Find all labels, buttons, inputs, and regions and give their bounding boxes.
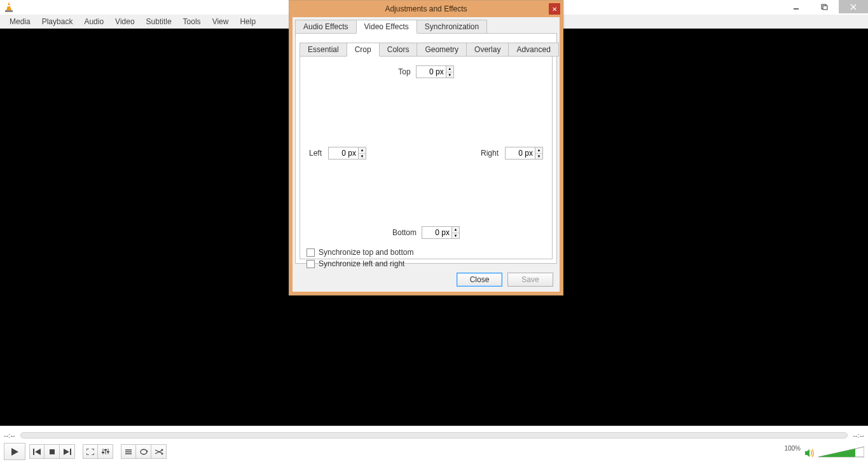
save-button[interactable]: Save	[507, 273, 553, 287]
playlist-button[interactable]	[121, 444, 136, 459]
fullscreen-button[interactable]	[83, 444, 98, 459]
spinner-down-icon[interactable]: ▼	[452, 233, 459, 239]
sync-tb-label: Synchronize top and bottom	[319, 248, 413, 257]
next-button[interactable]	[60, 444, 75, 459]
subtab-crop[interactable]: Crop	[347, 43, 380, 57]
svg-rect-19	[107, 451, 109, 452]
main-tabstrip: Audio Effects Video Effects Synchronizat…	[295, 20, 557, 34]
svg-rect-17	[102, 452, 104, 453]
video-effects-panel: Essential Crop Colors Geometry Overlay A…	[295, 33, 557, 264]
maximize-button[interactable]	[810, 0, 839, 13]
volume-slider[interactable]	[818, 445, 864, 458]
close-button[interactable]: Close	[457, 273, 502, 287]
prev-button[interactable]	[29, 444, 45, 459]
time-elapsed: --:--	[4, 431, 15, 439]
menu-view[interactable]: View	[207, 17, 235, 26]
crop-bottom-label: Bottom	[392, 228, 417, 237]
spinner-down-icon[interactable]: ▼	[446, 72, 453, 78]
minimize-button[interactable]	[782, 0, 810, 13]
svg-rect-5	[823, 6, 827, 10]
window-close-button[interactable]	[839, 0, 868, 13]
tab-audio-effects[interactable]: Audio Effects	[295, 20, 357, 34]
sync-lr-label: Synchronize left and right	[319, 259, 404, 268]
menu-playback[interactable]: Playback	[36, 17, 79, 26]
crop-right-input[interactable]	[506, 147, 535, 159]
seek-row: --:-- --:--	[0, 430, 868, 441]
crop-right-label: Right	[481, 149, 499, 158]
svg-rect-1	[7, 5, 11, 6]
adjustments-effects-dialog: Adjustments and Effects ✕ Audio Effects …	[289, 0, 563, 296]
svg-rect-9	[33, 449, 34, 455]
menu-tools[interactable]: Tools	[177, 17, 207, 26]
subtab-advanced[interactable]: Advanced	[508, 43, 558, 57]
crop-top-spinner[interactable]: ▲▼	[416, 65, 454, 78]
spinner-up-icon[interactable]: ▲	[535, 147, 542, 154]
tab-video-effects[interactable]: Video Effects	[356, 20, 417, 34]
crop-left-spinner[interactable]: ▲▼	[328, 147, 366, 160]
spinner-up-icon[interactable]: ▲	[446, 66, 453, 72]
svg-marker-26	[805, 449, 809, 457]
crop-top-label: Top	[398, 67, 410, 76]
shuffle-button[interactable]	[151, 444, 167, 459]
loop-button[interactable]	[136, 444, 151, 459]
sync-top-bottom-checkbox[interactable]: Synchronize top and bottom	[307, 248, 546, 257]
svg-marker-12	[64, 449, 69, 455]
crop-left-label: Left	[309, 149, 322, 158]
spinner-up-icon[interactable]: ▲	[359, 147, 366, 154]
menu-subtitle[interactable]: Subtitle	[141, 17, 177, 26]
crop-panel: Top ▲▼ Left ▲▼ Right	[300, 56, 553, 259]
menu-help[interactable]: Help	[234, 17, 261, 26]
svg-rect-18	[104, 449, 107, 451]
svg-marker-24	[162, 449, 163, 451]
time-remaining: --:--	[853, 431, 864, 439]
subtab-colors[interactable]: Colors	[379, 43, 418, 57]
dialog-title-text: Adjustments and Effects	[385, 4, 467, 13]
sync-left-right-checkbox[interactable]: Synchronize left and right	[307, 259, 546, 268]
checkbox-icon	[307, 260, 315, 268]
menu-audio[interactable]: Audio	[78, 17, 109, 26]
sub-tabstrip: Essential Crop Colors Geometry Overlay A…	[300, 43, 553, 57]
ext-settings-button[interactable]	[98, 444, 113, 459]
speaker-icon[interactable]	[804, 448, 815, 458]
spinner-up-icon[interactable]: ▲	[452, 227, 459, 233]
menu-video[interactable]: Video	[109, 17, 140, 26]
volume-label: 100%	[784, 445, 801, 452]
stop-button[interactable]	[45, 444, 60, 459]
svg-rect-11	[50, 449, 55, 454]
crop-bottom-input[interactable]	[422, 227, 451, 238]
svg-marker-25	[162, 452, 163, 455]
checkbox-icon	[307, 248, 315, 257]
crop-bottom-spinner[interactable]: ▲▼	[422, 226, 460, 239]
svg-marker-10	[35, 449, 41, 455]
dialog-close-button[interactable]: ✕	[549, 3, 560, 15]
dialog-title: Adjustments and Effects ✕	[289, 1, 563, 17]
svg-rect-13	[70, 449, 71, 455]
seek-slider[interactable]	[20, 432, 848, 438]
vlc-cone-icon	[4, 1, 14, 13]
crop-left-input[interactable]	[329, 147, 358, 159]
spinner-down-icon[interactable]: ▼	[535, 154, 542, 160]
subtab-essential[interactable]: Essential	[300, 43, 347, 57]
play-button[interactable]	[4, 443, 25, 460]
svg-rect-2	[5, 10, 13, 12]
player-controls: 100%	[0, 441, 868, 462]
crop-top-input[interactable]	[417, 66, 446, 78]
spinner-down-icon[interactable]: ▼	[359, 154, 366, 160]
subtab-overlay[interactable]: Overlay	[466, 43, 509, 57]
tab-synchronization[interactable]: Synchronization	[417, 20, 487, 34]
menu-media[interactable]: Media	[4, 17, 36, 26]
subtab-geometry[interactable]: Geometry	[417, 43, 467, 57]
crop-right-spinner[interactable]: ▲▼	[505, 147, 543, 160]
svg-marker-8	[11, 448, 18, 456]
